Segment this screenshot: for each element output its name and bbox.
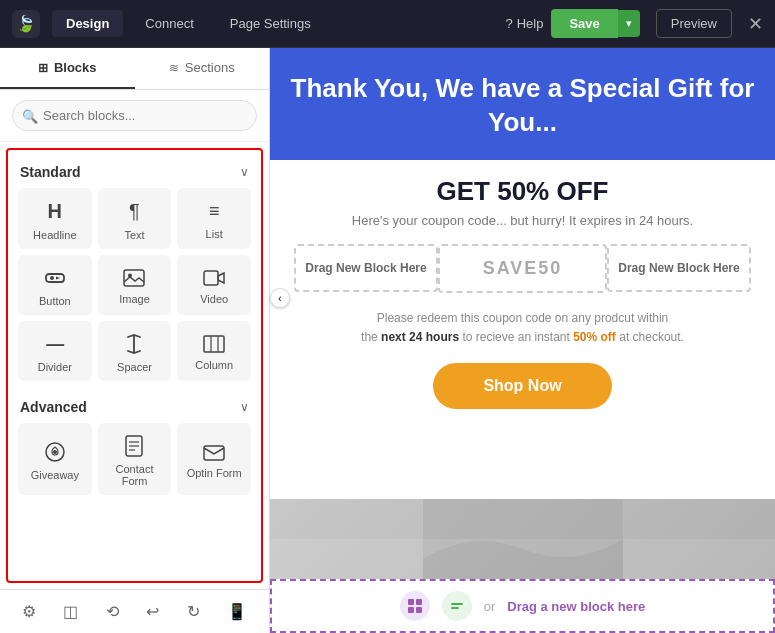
close-button[interactable]: ✕ [748,13,763,35]
svg-rect-19 [416,607,422,613]
page-preview: Thank You, We have a Special Gift for Yo… [270,48,775,633]
column-icon [203,335,225,353]
drag-new-block-text[interactable]: Drag a new block here [507,599,645,614]
advanced-section-title: Advanced [20,399,87,415]
svg-rect-18 [408,607,414,613]
settings-icon[interactable]: ⚙ [16,596,42,627]
block-text[interactable]: ¶ Text [98,188,172,249]
spacer-icon [125,333,143,355]
advanced-section-collapse[interactable]: ∨ [240,400,249,414]
drag-new-block-bar[interactable]: or Drag a new block here [270,579,775,633]
search-input[interactable] [12,100,257,131]
svg-rect-20 [451,603,463,605]
preview-bottom-image [270,499,775,579]
svg-rect-16 [408,599,414,605]
standard-section-collapse[interactable]: ∨ [240,165,249,179]
main-layout: ⊞ Blocks ≋ Sections 🔍 Standard ∨ [0,48,775,633]
giveaway-icon [44,441,66,463]
blocks-content: Standard ∨ H Headline ¶ Text ≡ List [6,148,263,583]
video-icon [203,269,225,287]
drag-or-text: or [484,599,496,614]
block-divider[interactable]: — Divider [18,321,92,381]
help-button[interactable]: ? Help [505,16,543,31]
advanced-blocks-grid: Giveaway Contact Form Optin Form [18,423,251,495]
redo-icon[interactable]: ↻ [181,596,206,627]
block-video[interactable]: Video [177,255,251,315]
tab-blocks[interactable]: ⊞ Blocks [0,48,135,89]
svg-point-9 [53,450,57,454]
refresh-icon[interactable]: ⟲ [100,596,125,627]
svg-rect-5 [204,336,224,352]
layers-icon[interactable]: ◫ [57,596,84,627]
image-icon [123,269,145,287]
list-icon: ≡ [209,201,220,222]
preview-white-section: GET 50% OFF Here's your coupon code... b… [270,160,775,499]
text-icon: ¶ [129,200,140,223]
redeem-text: Please redeem this coupon code on any pr… [294,309,751,347]
search-icon: 🔍 [22,108,38,123]
discount-text: GET 50% OFF [294,176,751,207]
coupon-code-box: SAVE50 [438,244,607,293]
sections-tab-icon: ≋ [169,61,179,75]
save-dropdown-button[interactable]: ▾ [618,10,640,37]
undo-icon[interactable]: ↩ [140,596,165,627]
block-optin-form[interactable]: Optin Form [177,423,251,495]
nav-tab-connect[interactable]: Connect [131,10,207,37]
blocks-tab-icon: ⊞ [38,61,48,75]
block-image[interactable]: Image [98,255,172,315]
drag-grid-icon [400,591,430,621]
save-button-group: Save ▾ [551,9,639,38]
tab-sections[interactable]: ≋ Sections [135,48,270,89]
block-list[interactable]: ≡ List [177,188,251,249]
panel-collapse-arrow[interactable]: ‹ [270,288,290,308]
bottom-toolbar: ⚙ ◫ ⟲ ↩ ↻ 📱 [0,589,269,633]
optin-form-icon [203,443,225,461]
block-button[interactable]: Button [18,255,92,315]
right-panel: Thank You, We have a Special Gift for Yo… [270,48,775,633]
top-nav: 🍃 Design Connect Page Settings ? Help Sa… [0,0,775,48]
svg-rect-4 [204,271,218,285]
logo-icon: 🍃 [12,10,40,38]
shop-now-button[interactable]: Shop Now [433,363,611,409]
nav-tab-page-settings[interactable]: Page Settings [216,10,325,37]
drag-block-left[interactable]: Drag New Block Here [294,244,438,292]
block-headline[interactable]: H Headline [18,188,92,249]
svg-rect-15 [423,499,623,579]
subtitle-text: Here's your coupon code... but hurry! It… [294,213,751,228]
block-giveaway[interactable]: Giveaway [18,423,92,495]
block-contact-form[interactable]: Contact Form [98,423,172,495]
svg-rect-14 [204,446,224,460]
drag-text-icon [442,591,472,621]
panel-tabs: ⊞ Blocks ≋ Sections [0,48,269,90]
left-panel: ⊞ Blocks ≋ Sections 🔍 Standard ∨ [0,48,270,633]
svg-rect-17 [416,599,422,605]
standard-section-title: Standard [20,164,81,180]
svg-point-1 [50,276,54,280]
coupon-row: Drag New Block Here SAVE50 Drag New Bloc… [294,244,751,293]
advanced-section-header: Advanced ∨ [18,395,251,423]
svg-rect-21 [451,607,459,609]
contact-form-icon [124,435,144,457]
preview-blue-header: Thank You, We have a Special Gift for Yo… [270,48,775,160]
preview-button[interactable]: Preview [656,9,732,38]
nav-tab-design[interactable]: Design [52,10,123,37]
block-spacer[interactable]: Spacer [98,321,172,381]
search-bar: 🔍 [0,90,269,142]
svg-rect-2 [124,270,144,286]
button-icon [44,267,66,289]
headline-icon: H [48,200,62,223]
drag-block-right[interactable]: Drag New Block Here [607,244,751,292]
block-column[interactable]: Column [177,321,251,381]
mobile-icon[interactable]: 📱 [221,596,253,627]
blue-header-text: Thank You, We have a Special Gift for Yo… [290,72,755,140]
standard-blocks-grid: H Headline ¶ Text ≡ List Button [18,188,251,381]
divider-icon: — [46,334,63,355]
save-button[interactable]: Save [551,9,617,38]
standard-section-header: Standard ∨ [18,160,251,188]
svg-rect-0 [46,274,64,282]
